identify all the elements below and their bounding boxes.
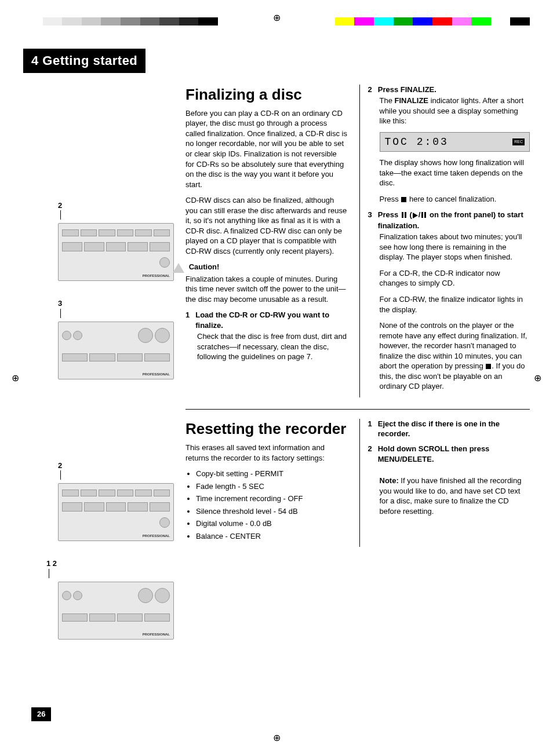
display-text: TOC 2:03 — [385, 135, 449, 149]
factory-settings-list: Copy-bit setting - PERMIT Fade length - … — [185, 469, 348, 541]
manual-page: ⊕ ⊕ ⊕ ⊕ 4 Getting started 2 PRO — [0, 0, 553, 756]
step-body: Press here to cancel finalization. — [380, 194, 530, 204]
registration-mark-icon: ⊕ — [273, 732, 281, 744]
figure-callout-number: 2 — [58, 461, 174, 471]
step-body: Finalization takes about two minutes; yo… — [380, 232, 530, 262]
step-body: Check that the disc is free from dust, d… — [197, 331, 348, 362]
body-paragraph: Before you can play a CD-R on an ordinar… — [185, 108, 348, 189]
list-item: Fade length - 5 SEC — [196, 481, 348, 492]
section-heading: Resetting the recorder — [185, 419, 348, 439]
registration-mark-icon: ⊕ — [12, 372, 19, 385]
step-heading: 2 Press FINALIZE. — [368, 85, 530, 95]
figure-callout-number: 1 2 — [46, 558, 174, 569]
device-illustration: PROFESSIONAL — [58, 223, 174, 281]
rec-indicator-icon: REC — [512, 138, 525, 145]
registration-mark-icon: ⊕ — [534, 372, 541, 385]
stop-icon — [401, 197, 406, 202]
step-body: The FINALIZE indicator lights. After a s… — [380, 96, 530, 126]
step-body: For a CD-RW, the finalize indicator ligh… — [380, 294, 530, 315]
device-illustration: PROFESSIONAL — [58, 483, 174, 541]
section-finalizing: Finalizing a disc Before you can play a … — [185, 85, 530, 409]
step-body: None of the controls on the player or th… — [380, 320, 530, 392]
caution-body: Finalization takes a couple of minutes. … — [185, 274, 348, 305]
figure-callout-number: 2 — [58, 200, 174, 211]
body-paragraph: This erases all saved text information a… — [185, 443, 348, 463]
step-body: For a CD-R, the CD-R indicator now chang… — [380, 268, 530, 288]
page-number: 26 — [31, 707, 51, 721]
step-heading: 3 Press (/ on the front panel) to start … — [368, 210, 530, 231]
step-heading: 1 Eject the disc if there is one in the … — [368, 419, 530, 439]
step-heading: 1 Load the CD-R or CD-RW you want to fin… — [185, 310, 348, 330]
step-heading: 2 Hold down SCROLL then press MENU/DELET… — [368, 444, 530, 464]
step-body: The display shows how long finalization … — [380, 158, 530, 188]
play-icon — [413, 213, 418, 218]
note-paragraph: Note: If you have finished all the recor… — [380, 476, 530, 516]
figure-callout-number: 3 — [58, 298, 174, 309]
list-item: Time increment recording - OFF — [196, 494, 348, 504]
section-heading: Finalizing a disc — [185, 85, 348, 105]
list-item: Balance - CENTER — [196, 531, 348, 542]
registration-mark-icon: ⊕ — [273, 12, 281, 24]
illustration-column: 2 PROFESSIONAL 3 PROFESSIONAL 2 — [23, 85, 174, 657]
text-column: Finalizing a disc Before you can play a … — [185, 85, 530, 657]
pause-icon — [421, 210, 427, 221]
chapter-header: 4 Getting started — [23, 49, 145, 73]
list-item: Silence threshold level - 54 dB — [196, 506, 348, 517]
pause-icon — [401, 210, 407, 221]
lcd-display: TOC 2:03 REC — [380, 132, 530, 152]
content-area: 2 PROFESSIONAL 3 PROFESSIONAL 2 — [23, 85, 530, 657]
body-paragraph: CD-RW discs can also be finalized, altho… — [185, 195, 348, 256]
device-illustration: PROFESSIONAL — [58, 322, 174, 379]
device-illustration: PROFESSIONAL — [58, 582, 174, 640]
list-item: Digital volume - 0.0 dB — [196, 518, 348, 529]
caution-heading: Caution! — [189, 262, 220, 271]
caution-icon — [173, 263, 184, 273]
section-resetting: Resetting the recorder This erases all s… — [185, 409, 530, 558]
list-item: Copy-bit setting - PERMIT — [196, 469, 348, 479]
stop-icon — [486, 364, 491, 369]
